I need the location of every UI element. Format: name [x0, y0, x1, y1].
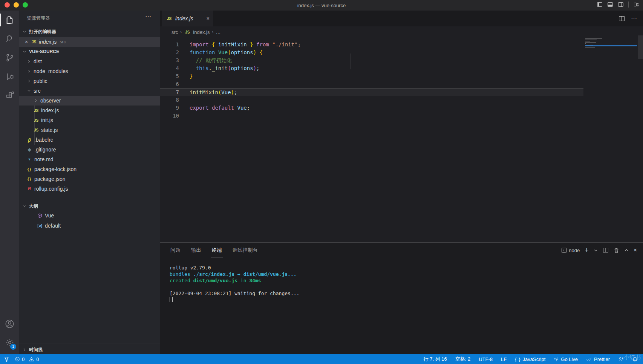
minimap[interactable] — [585, 35, 602, 50]
open-editor-filename: index.js — [39, 39, 57, 45]
code-line-4[interactable]: 4 this._init(options); — [160, 64, 583, 72]
timeline-section-header[interactable]: 时间线 — [19, 345, 160, 354]
js-file-icon: JS — [184, 29, 191, 35]
tree-file-init-js[interactable]: JSinit.js — [19, 115, 160, 125]
problems-summary[interactable]: 0 0 — [15, 356, 39, 362]
tree-folder-public[interactable]: public — [19, 76, 160, 86]
kill-terminal-trash-icon[interactable] — [614, 248, 619, 253]
code-line-5[interactable]: 5} — [160, 72, 583, 80]
terminal-dropdown-chevron-icon[interactable] — [594, 248, 598, 252]
eol-status[interactable]: LF — [501, 356, 507, 362]
code-line-2[interactable]: 2function Vue(options) { — [160, 49, 583, 57]
language-mode-status[interactable]: { } JavaScript — [515, 356, 545, 362]
remote-branch-icon[interactable] — [4, 356, 9, 362]
tree-file--babelrc[interactable]: β.babelrc — [19, 135, 160, 145]
watermark: 小红书 — [624, 354, 641, 361]
editor-tab-bar: JS index.js × ⋯ — [160, 11, 643, 26]
split-terminal-icon[interactable] — [603, 247, 609, 253]
editor-more-actions-icon[interactable]: ⋯ — [631, 15, 638, 22]
go-live-status[interactable]: Go Live — [554, 356, 578, 362]
code-line-8[interactable]: 8 — [160, 96, 583, 104]
activity-explorer-icon[interactable] — [0, 11, 19, 29]
json-file-icon: {} — [26, 176, 33, 182]
js-file-icon: JS — [166, 15, 173, 21]
activity-source-control-icon[interactable] — [0, 48, 19, 67]
chevron-right-icon — [33, 98, 39, 104]
close-panel-icon[interactable]: × — [634, 247, 637, 254]
tree-item-label: state.js — [41, 127, 58, 133]
chevron-down-icon — [26, 88, 32, 94]
tree-item-label: public — [34, 78, 47, 84]
new-terminal-icon[interactable]: + — [585, 246, 589, 254]
toggle-secondary-sidebar-icon[interactable] — [618, 2, 624, 8]
section-divider — [19, 344, 160, 344]
tree-file-rollup-config-js[interactable]: Rrollup.config.js — [19, 184, 160, 194]
indentation-status[interactable]: 空格: 2 — [455, 356, 470, 362]
tree-item-label: package-lock.json — [34, 166, 77, 172]
workspace-section-header[interactable]: VUE-SOURCE — [19, 47, 160, 56]
tab-close-icon[interactable]: × — [207, 15, 210, 21]
explorer-more-actions-icon[interactable]: ⋯ — [145, 13, 152, 20]
terminal-output[interactable]: rollup v2.79.0bundles ./src/index.js → d… — [170, 265, 299, 303]
customize-layout-icon[interactable] — [633, 2, 639, 8]
terminal-shell-label: node — [569, 248, 580, 253]
activity-run-debug-icon[interactable] — [0, 67, 19, 86]
tree-file-note-md[interactable]: ▼note.md — [19, 154, 160, 164]
breadcrumb-file[interactable]: index.js — [193, 29, 210, 35]
settings-gear-icon[interactable]: 1 — [0, 333, 19, 352]
rollup-file-icon: R — [26, 186, 33, 192]
code-line-1[interactable]: 1import { initMixin } from "./init"; — [160, 41, 583, 49]
tree-file--gitignore[interactable]: ◈.gitignore — [19, 145, 160, 154]
code-line-7[interactable]: 7initMixin(Vue); — [160, 88, 583, 96]
outline-item-vue[interactable]: Vue — [19, 211, 160, 220]
tree-file-package-lock-json[interactable]: {}package-lock.json — [19, 164, 160, 174]
outline-item-default[interactable]: default — [19, 221, 160, 231]
tree-folder-dist[interactable]: dist — [19, 57, 160, 66]
sidebar-title: 资源管理器 — [27, 15, 50, 21]
activity-search-icon[interactable] — [0, 29, 19, 48]
tree-folder-observer[interactable]: observer — [19, 96, 160, 106]
tab-label: index.js — [175, 15, 193, 21]
maximize-panel-chevron-icon[interactable] — [624, 248, 629, 252]
babel-file-icon: β — [26, 137, 33, 143]
toggle-panel-icon[interactable] — [607, 2, 613, 8]
toggle-sidebar-icon[interactable] — [597, 2, 603, 8]
tree-file-index-js[interactable]: JSindex.js — [19, 106, 160, 115]
breadcrumb-src[interactable]: src — [171, 29, 178, 35]
terminal-line: [2022-09-04 23:08:21] waiting for change… — [170, 290, 299, 297]
tree-folder-src[interactable]: src — [19, 86, 160, 96]
tab-index-js[interactable]: JS index.js × — [162, 11, 213, 26]
code-line-9[interactable]: 9export default Vue; — [160, 104, 583, 112]
tree-folder-node-modules[interactable]: node_modules — [19, 66, 160, 76]
code-editor[interactable]: 1import { initMixin } from "./init";2fun… — [160, 38, 643, 242]
minimap-slider[interactable] — [638, 35, 643, 59]
outline-section-header[interactable]: 大纲 — [19, 202, 160, 211]
panel-tab-输出[interactable]: 输出 — [190, 245, 202, 255]
warning-icon — [29, 356, 34, 362]
code-line-10[interactable]: 10 — [160, 112, 583, 120]
cursor-position-status[interactable]: 行 7, 列 16 — [424, 356, 447, 362]
prettier-status[interactable]: Prettier — [586, 356, 610, 362]
panel-tab-问题[interactable]: 问题 — [170, 245, 181, 255]
breadcrumb-symbol[interactable]: … — [216, 29, 220, 35]
terminal-line: created dist/umd/vue.js in 34ms — [170, 277, 299, 284]
open-editor-item[interactable]: × JS index.js src — [19, 37, 160, 47]
open-editors-section-header[interactable]: 打开的编辑器 — [19, 27, 160, 36]
tree-file-package-json[interactable]: {}package.json — [19, 174, 160, 184]
tree-file-state-js[interactable]: JSstate.js — [19, 125, 160, 135]
panel-tab-调试控制台[interactable]: 调试控制台 — [232, 245, 259, 255]
split-editor-icon[interactable] — [619, 15, 625, 22]
code-line-6[interactable]: 6 — [160, 80, 583, 88]
tree-item-label: index.js — [41, 107, 59, 113]
git-file-icon: ◈ — [26, 147, 33, 153]
code-line-3[interactable]: 3 // 就行初始化 — [160, 57, 583, 64]
close-editor-icon[interactable]: × — [22, 39, 31, 45]
activity-extensions-icon[interactable] — [0, 86, 19, 105]
panel-tab-active-终端[interactable]: 终端 — [211, 245, 223, 255]
tree-item-label: rollup.config.js — [34, 186, 68, 192]
line-number: 10 — [160, 112, 179, 120]
terminal-shell-picker[interactable]: node — [561, 248, 580, 253]
accounts-icon[interactable] — [0, 314, 19, 333]
feedback-icon[interactable] — [618, 356, 624, 362]
encoding-status[interactable]: UTF-8 — [479, 356, 493, 362]
